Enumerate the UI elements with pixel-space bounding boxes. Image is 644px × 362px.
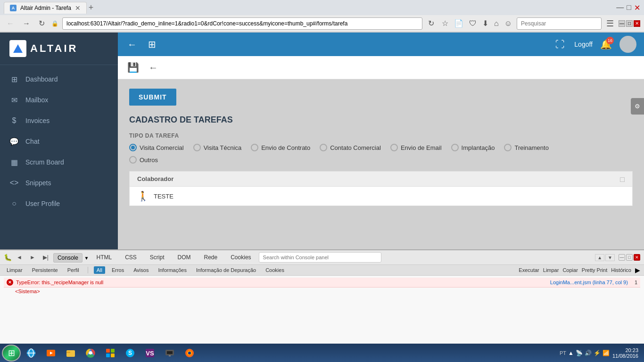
radio-outros[interactable]: Outros bbox=[129, 156, 158, 164]
filter-perfil[interactable]: Perfil bbox=[65, 266, 82, 274]
taskbar-firefox[interactable] bbox=[180, 346, 199, 360]
radio-label: Contato Comercial bbox=[330, 144, 381, 151]
action-limpar[interactable]: Limpar bbox=[543, 266, 559, 274]
form-area: SUBMIT CADASTRO DE TAREFAS TIPO DA TAREF… bbox=[118, 79, 644, 215]
devtools-minimize-btn[interactable]: — bbox=[619, 254, 625, 261]
action-copiar[interactable]: Copiar bbox=[562, 266, 578, 274]
radio-envio-contrato[interactable]: Envio de Contrato bbox=[251, 144, 310, 151]
devtools-tab-css[interactable]: CSS bbox=[119, 252, 142, 263]
radio-treinamento[interactable]: Treinamento bbox=[504, 144, 549, 151]
submit-button[interactable]: SUBMIT bbox=[129, 89, 176, 106]
devtools-nav-prev[interactable]: ◄ bbox=[14, 253, 25, 262]
sidebar-item-chat[interactable]: 💬 Chat bbox=[0, 131, 118, 152]
taskbar-skype[interactable]: S bbox=[121, 346, 140, 360]
radio-visita-comercial[interactable]: Visita Comercial bbox=[129, 144, 184, 151]
error-system-link[interactable]: <Sistema> bbox=[15, 288, 40, 294]
taskbar-apps[interactable] bbox=[101, 346, 120, 360]
start-button[interactable]: ⊞ bbox=[2, 345, 21, 362]
sidebar-item-user-profile[interactable]: ○ User Profile bbox=[0, 193, 118, 214]
sidebar-item-scrum-board[interactable]: ▦ Scrum Board bbox=[0, 152, 118, 173]
filter-avisos[interactable]: Avisos bbox=[131, 266, 151, 274]
taskbar-vm[interactable] bbox=[160, 346, 179, 360]
window-min-button[interactable]: — bbox=[619, 20, 625, 27]
devtools-tab-cookies[interactable]: Cookies bbox=[225, 252, 256, 263]
radio-envio-email[interactable]: Envio de Email bbox=[390, 144, 442, 151]
devtools-expand-icon[interactable]: ▶ bbox=[635, 266, 640, 274]
readingview-button[interactable]: 📄 bbox=[452, 18, 465, 29]
close-button[interactable]: ✕ bbox=[634, 3, 640, 12]
console-arrow-down[interactable]: ▼ bbox=[605, 254, 615, 261]
taskbar-chrome[interactable] bbox=[81, 346, 100, 360]
browser-tab[interactable]: A Altair Admin - Tarefa ✕ bbox=[4, 2, 87, 14]
radio-contato-comercial[interactable]: Contato Comercial bbox=[320, 144, 381, 151]
svg-rect-13 bbox=[111, 354, 115, 357]
settings-gear-button[interactable]: ⚙ bbox=[631, 98, 644, 115]
taskbar-clock[interactable]: 20:23 11/08/2016 bbox=[612, 347, 638, 359]
error-file-link[interactable]: LoginMa...ent.jsm (linha 77, col 9) bbox=[550, 280, 628, 285]
new-tab-button[interactable]: + bbox=[89, 3, 94, 13]
taskbar-files[interactable] bbox=[61, 346, 80, 360]
window-close-button[interactable]: ✕ bbox=[634, 20, 640, 27]
devtools-tab-html[interactable]: HTML bbox=[91, 252, 117, 263]
taskbar-vs[interactable]: VS bbox=[140, 346, 159, 360]
download-button[interactable]: ⬇ bbox=[480, 18, 490, 29]
tab-close-button[interactable]: ✕ bbox=[75, 4, 81, 12]
taskbar-ie[interactable] bbox=[22, 346, 41, 360]
filter-persistente[interactable]: Persistente bbox=[29, 266, 61, 274]
topbar: ← ⊞ ⛶ Logoff 🔔 16 bbox=[118, 33, 644, 56]
minimize-button[interactable]: — bbox=[616, 3, 624, 12]
action-historico[interactable]: Histórico bbox=[611, 266, 631, 274]
filter-limpar[interactable]: Limpar bbox=[4, 266, 25, 274]
radio-visita-tecnica[interactable]: Visita Técnica bbox=[193, 144, 241, 151]
bookmark-button[interactable]: ☆ bbox=[440, 18, 450, 29]
shield-button[interactable]: 🛡 bbox=[467, 18, 479, 29]
devtools-close-buttons: — □ ✕ bbox=[619, 254, 640, 261]
maximize-button[interactable]: □ bbox=[627, 3, 631, 12]
devtools-maximize-btn[interactable]: □ bbox=[626, 254, 633, 261]
reload-button[interactable]: ↻ bbox=[36, 18, 48, 29]
forward-button[interactable]: → bbox=[20, 18, 33, 29]
back-button[interactable]: ← bbox=[4, 18, 17, 29]
search-input[interactable] bbox=[517, 17, 602, 30]
console-arrow-up[interactable]: ▲ bbox=[595, 254, 604, 261]
filter-informacoes[interactable]: Informações bbox=[155, 266, 190, 274]
devtools-tab-rede[interactable]: Rede bbox=[198, 252, 223, 263]
sidebar-item-mailbox[interactable]: ✉ Mailbox bbox=[0, 90, 118, 110]
logoff-button[interactable]: Logoff bbox=[574, 41, 593, 48]
filter-all[interactable]: All bbox=[94, 266, 105, 274]
console-search-input[interactable] bbox=[259, 252, 381, 263]
sidebar-item-snippets[interactable]: <> Snippets bbox=[0, 173, 118, 193]
svg-rect-6 bbox=[66, 352, 70, 353]
window-max-button[interactable]: □ bbox=[626, 20, 633, 27]
action-executar[interactable]: Executar bbox=[519, 266, 539, 274]
smiley-button[interactable]: ☺ bbox=[503, 18, 514, 29]
home-button[interactable]: ⌂ bbox=[492, 18, 501, 29]
topbar-grid-button[interactable]: ⊞ bbox=[146, 37, 158, 52]
devtools-tab-dom[interactable]: DOM bbox=[172, 252, 197, 263]
save-button[interactable]: 💾 bbox=[125, 60, 141, 75]
tray-arrow[interactable]: ▲ bbox=[568, 350, 574, 356]
fullscreen-button[interactable]: ⛶ bbox=[553, 37, 567, 52]
filter-info-depuracao[interactable]: Informação de Depuração bbox=[193, 266, 259, 274]
colaborador-expand-button[interactable]: □ bbox=[620, 175, 625, 184]
devtools-nav-next[interactable]: ► bbox=[27, 253, 38, 262]
console-dropdown[interactable]: Console ▼ bbox=[53, 254, 89, 261]
filter-cookies[interactable]: Cookies bbox=[263, 266, 287, 274]
avatar[interactable] bbox=[619, 36, 636, 53]
menu-button[interactable]: ☰ bbox=[606, 18, 614, 29]
filter-erros[interactable]: Erros bbox=[109, 266, 127, 274]
notification-bell[interactable]: 🔔 16 bbox=[600, 39, 612, 50]
devtools-close-btn[interactable]: ✕ bbox=[634, 254, 640, 261]
back-arrow-button[interactable]: ← bbox=[147, 60, 160, 75]
topbar-back-button[interactable]: ← bbox=[125, 37, 139, 52]
devtools-step-btn[interactable]: ▶| bbox=[40, 253, 51, 262]
sidebar-item-dashboard[interactable]: ⊞ Dashboard bbox=[0, 69, 118, 90]
radio-implantacao[interactable]: Implantação bbox=[451, 144, 495, 151]
address-bar[interactable] bbox=[62, 17, 422, 30]
action-pretty-print[interactable]: Pretty Print bbox=[582, 266, 607, 274]
taskbar-media[interactable] bbox=[41, 346, 60, 360]
devtools-tab-script[interactable]: Script bbox=[144, 252, 170, 263]
sidebar-item-invoices[interactable]: $ Invoices bbox=[0, 110, 118, 131]
refresh-button[interactable]: ↻ bbox=[425, 18, 437, 29]
console-tab-label[interactable]: Console bbox=[53, 253, 83, 263]
